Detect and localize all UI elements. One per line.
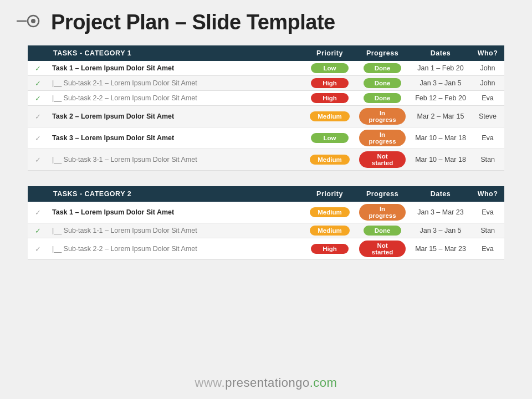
priority-badge: Medium <box>310 207 349 217</box>
check-cell: ✓ <box>28 149 48 171</box>
dates-cell: Mar 10 – Mar 18 <box>410 149 471 171</box>
footer-prefix: www. <box>195 376 226 390</box>
category-1-table: TASKS - CATEGORY 1 Priority Progress Dat… <box>28 45 504 171</box>
check-pending-icon: ✓ <box>35 156 41 164</box>
table-row: ✓Task 1 – Lorem Ipsum Dolor Sit AmetLowD… <box>28 61 504 76</box>
table-row: ✓Task 1 – Lorem Ipsum Dolor Sit AmetMedi… <box>28 202 504 223</box>
progress-cell: Done <box>355 91 410 106</box>
dates-cell: Mar 15 – Mar 23 <box>410 238 471 260</box>
check-done-icon: ✓ <box>35 80 41 88</box>
task-name-cell: |__ Sub-task 2-2 – Lorem Ipsum Dolor Sit… <box>48 238 305 260</box>
progress-cell: Done <box>355 223 410 238</box>
priority-cell: Medium <box>305 223 355 238</box>
dates-cell: Jan 1 – Feb 20 <box>410 61 471 76</box>
check-cell: ✓ <box>28 76 48 91</box>
priority-badge: High <box>311 244 349 254</box>
tables-area: TASKS - CATEGORY 1 Priority Progress Dat… <box>0 40 532 260</box>
priority-badge: Low <box>311 133 349 143</box>
priority-badge: High <box>311 93 349 103</box>
cat1-col-dates: Dates <box>410 45 471 61</box>
dates-cell: Mar 10 – Mar 18 <box>410 127 471 149</box>
footer-text: www.presentationgo.com <box>195 376 337 390</box>
cat1-col-progress: Progress <box>355 45 410 61</box>
priority-cell: High <box>305 76 355 91</box>
page-title: Project Plan – Slide Template <box>51 11 335 34</box>
progress-badge: In progress <box>359 204 406 221</box>
check-cell: ✓ <box>28 106 48 127</box>
priority-cell: Low <box>305 61 355 76</box>
progress-badge: Not started <box>359 151 406 168</box>
cat1-label: TASKS - CATEGORY 1 <box>48 45 305 61</box>
task-name: |__ Sub-task 1-1 – Lorem Ipsum Dolor Sit… <box>52 227 197 234</box>
footer-brand: presentationgo <box>225 376 310 390</box>
task-name: Task 1 – Lorem Ipsum Dolor Sit Amet <box>52 208 174 216</box>
progress-badge: Done <box>364 78 401 88</box>
progress-cell: In progress <box>355 127 410 149</box>
priority-cell: Medium <box>305 202 355 223</box>
dates-cell: Jan 3 – Jan 5 <box>410 76 471 91</box>
priority-cell: High <box>305 91 355 106</box>
category-2-header: TASKS - CATEGORY 2 Priority Progress Dat… <box>28 186 504 202</box>
footer: www.presentationgo.com <box>0 376 532 390</box>
progress-cell: In progress <box>355 202 410 223</box>
table-row: ✓|__ Sub-task 2-2 – Lorem Ipsum Dolor Si… <box>28 238 504 260</box>
cat1-col-priority: Priority <box>305 45 355 61</box>
check-cell: ✓ <box>28 238 48 260</box>
task-name: |__ Sub-task 3-1 – Lorem Ipsum Dolor Sit… <box>52 156 197 163</box>
progress-badge: Done <box>364 226 401 236</box>
dates-cell: Mar 2 – Mar 15 <box>410 106 471 127</box>
table-row: ✓|__ Sub-task 3-1 – Lorem Ipsum Dolor Si… <box>28 149 504 171</box>
check-done-icon: ✓ <box>35 95 41 103</box>
cat1-col-who: Who? <box>471 45 504 61</box>
progress-cell: Not started <box>355 238 410 260</box>
svg-point-2 <box>31 19 35 23</box>
table-row: ✓|__ Sub-task 2-1 – Lorem Ipsum Dolor Si… <box>28 76 504 91</box>
dates-cell: Jan 3 – Jan 5 <box>410 223 471 238</box>
category-1-block: TASKS - CATEGORY 1 Priority Progress Dat… <box>28 45 504 171</box>
footer-dotcom: .com <box>310 376 337 390</box>
category-1-header: TASKS - CATEGORY 1 Priority Progress Dat… <box>28 45 504 61</box>
priority-badge: Medium <box>310 226 349 236</box>
progress-badge: In progress <box>359 130 406 146</box>
task-name-cell: |__ Sub-task 2-2 – Lorem Ipsum Dolor Sit… <box>48 91 305 106</box>
priority-cell: High <box>305 238 355 260</box>
priority-badge: High <box>311 78 349 88</box>
task-name: |__ Sub-task 2-2 – Lorem Ipsum Dolor Sit… <box>52 94 197 102</box>
check-cell: ✓ <box>28 223 48 238</box>
task-name-cell: |__ Sub-task 3-1 – Lorem Ipsum Dolor Sit… <box>48 149 305 171</box>
priority-badge: Low <box>311 63 349 73</box>
who-cell: Eva <box>471 127 504 149</box>
check-cell: ✓ <box>28 127 48 149</box>
who-cell: Eva <box>471 202 504 223</box>
cat2-col-progress: Progress <box>355 186 410 202</box>
progress-badge: Not started <box>359 241 406 257</box>
task-name: Task 2 – Lorem Ipsum Dolor Sit Amet <box>52 112 174 120</box>
check-done-icon: ✓ <box>35 65 41 73</box>
table-row: ✓Task 3 – Lorem Ipsum Dolor Sit AmetLowI… <box>28 127 504 149</box>
who-cell: Stan <box>471 223 504 238</box>
task-name: |__ Sub-task 2-1 – Lorem Ipsum Dolor Sit… <box>52 79 197 87</box>
table-row: ✓|__ Sub-task 2-2 – Lorem Ipsum Dolor Si… <box>28 91 504 106</box>
who-cell: John <box>471 76 504 91</box>
table-row: ✓|__ Sub-task 1-1 – Lorem Ipsum Dolor Si… <box>28 223 504 238</box>
check-done-icon: ✓ <box>35 227 41 235</box>
cat2-col-priority: Priority <box>305 186 355 202</box>
progress-badge: In progress <box>359 108 406 125</box>
progress-cell: In progress <box>355 106 410 127</box>
task-name-cell: Task 1 – Lorem Ipsum Dolor Sit Amet <box>48 202 305 223</box>
cat2-col-who: Who? <box>471 186 504 202</box>
check-pending-icon: ✓ <box>35 209 41 217</box>
progress-badge: Done <box>364 63 401 73</box>
who-cell: John <box>471 61 504 76</box>
task-name: |__ Sub-task 2-2 – Lorem Ipsum Dolor Sit… <box>52 245 197 253</box>
who-cell: Eva <box>471 91 504 106</box>
priority-badge: Medium <box>310 155 349 165</box>
cat2-col-dates: Dates <box>410 186 471 202</box>
check-cell: ✓ <box>28 202 48 223</box>
dates-cell: Jan 3 – Mar 23 <box>410 202 471 223</box>
task-name-cell: Task 3 – Lorem Ipsum Dolor Sit Amet <box>48 127 305 149</box>
progress-cell: Done <box>355 61 410 76</box>
category-2-table: TASKS - CATEGORY 2 Priority Progress Dat… <box>28 186 504 260</box>
task-name-cell: |__ Sub-task 2-1 – Lorem Ipsum Dolor Sit… <box>48 76 305 91</box>
task-name-cell: Task 1 – Lorem Ipsum Dolor Sit Amet <box>48 61 305 76</box>
